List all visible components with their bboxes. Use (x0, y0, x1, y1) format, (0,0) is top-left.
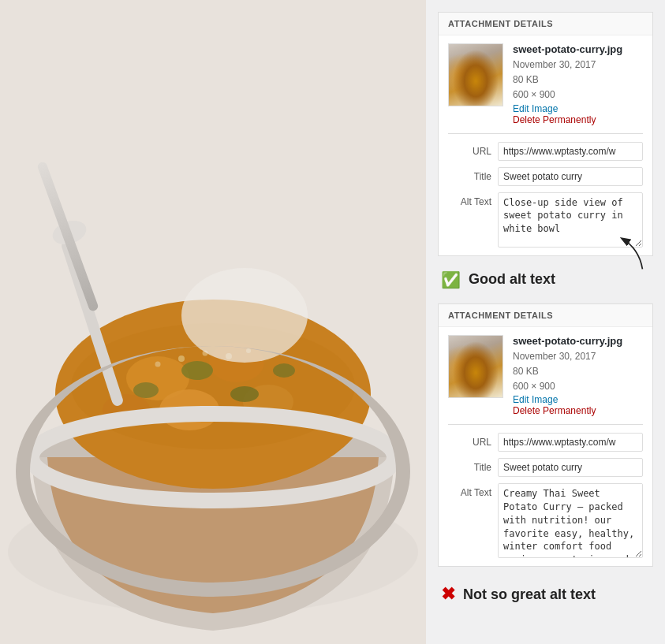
bad-url-label: URL (448, 433, 491, 448)
svg-point-7 (159, 389, 219, 430)
good-callout: ✅ Good alt text (438, 266, 653, 294)
bad-alt-label: Alt Text (448, 483, 491, 498)
bad-title-input[interactable] (498, 458, 643, 477)
good-dimensions: 600 × 900 (513, 87, 643, 102)
svg-point-10 (181, 361, 213, 380)
bad-callout-text: Not so great alt text (463, 586, 596, 603)
svg-point-18 (155, 362, 161, 367)
bad-attachment-header: ATTACHMENT DETAILS (439, 304, 652, 327)
bad-callout-icon: ✖ (441, 584, 455, 605)
right-panel: ATTACHMENT DETAILS sweet-potato-curry.jp… (426, 0, 665, 644)
good-title-row: Title (448, 167, 643, 186)
good-filesize: 80 KB (513, 73, 643, 87)
svg-point-2 (24, 410, 402, 504)
svg-point-13 (273, 363, 295, 378)
bad-alt-textarea[interactable]: Creamy Thai Sweet Potato Curry – packed … (498, 483, 643, 558)
svg-point-1 (8, 489, 418, 615)
bad-date: November 30, 2017 (513, 349, 643, 364)
bad-title-row: Title (448, 458, 643, 477)
good-attachment-details-row: sweet-potato-curry.jpg November 30, 2017… (439, 35, 652, 133)
good-alt-label: Alt Text (448, 192, 491, 207)
bad-callout: ✖ Not so great alt text (438, 579, 653, 609)
bad-filename: sweet-potato-curry.jpg (513, 335, 643, 347)
bad-alt-row: Alt Text Creamy Thai Sweet Potato Curry … (448, 483, 643, 558)
good-callout-text: Good alt text (469, 271, 555, 288)
svg-point-11 (230, 386, 259, 402)
bad-attachment-thumbnail (448, 335, 503, 398)
food-photo-panel (0, 0, 426, 644)
bad-delete-link[interactable]: Delete Permanently (513, 405, 643, 416)
svg-point-20 (32, 414, 394, 501)
bad-attachment-block: ATTACHMENT DETAILS sweet-potato-curry.jp… (438, 303, 653, 568)
good-callout-icon: ✅ (441, 270, 461, 289)
good-title-input[interactable] (498, 167, 643, 186)
svg-point-21 (181, 268, 308, 363)
good-date: November 30, 2017 (513, 58, 643, 73)
bad-url-input[interactable] (498, 433, 643, 452)
svg-point-12 (133, 382, 159, 398)
good-url-input[interactable] (498, 142, 643, 161)
svg-point-3 (35, 416, 390, 498)
svg-point-17 (246, 348, 251, 353)
good-callout-arrow (602, 234, 649, 274)
svg-point-14 (178, 356, 185, 362)
bad-field-rows: URL Title Alt Text Creamy Thai Sweet Pot… (439, 425, 652, 566)
svg-point-5 (126, 356, 189, 400)
good-url-label: URL (448, 142, 491, 157)
bad-edit-link[interactable]: Edit Image (513, 394, 643, 405)
svg-point-16 (226, 353, 232, 359)
svg-point-6 (209, 343, 264, 382)
svg-point-9 (103, 394, 150, 426)
good-url-row: URL (448, 142, 643, 161)
bad-url-row: URL (448, 433, 643, 452)
good-edit-link[interactable]: Edit Image (513, 103, 643, 114)
bad-attachment-details-row: sweet-potato-curry.jpg November 30, 2017… (439, 327, 652, 425)
good-attachment-info: sweet-potato-curry.jpg November 30, 2017… (513, 43, 643, 125)
bad-dimensions: 600 × 900 (513, 379, 643, 394)
good-attachment-block: ATTACHMENT DETAILS sweet-potato-curry.jp… (438, 12, 653, 256)
food-image (0, 0, 426, 644)
svg-point-15 (203, 351, 208, 356)
good-title-label: Title (448, 167, 491, 182)
svg-point-8 (243, 385, 293, 419)
bad-filesize: 80 KB (513, 364, 643, 379)
good-attachment-header: ATTACHMENT DETAILS (439, 13, 652, 35)
good-attachment-thumbnail (448, 43, 503, 106)
good-filename: sweet-potato-curry.jpg (513, 43, 643, 55)
good-delete-link[interactable]: Delete Permanently (513, 114, 643, 125)
bad-attachment-info: sweet-potato-curry.jpg November 30, 2017… (513, 335, 643, 417)
bad-title-label: Title (448, 458, 491, 473)
